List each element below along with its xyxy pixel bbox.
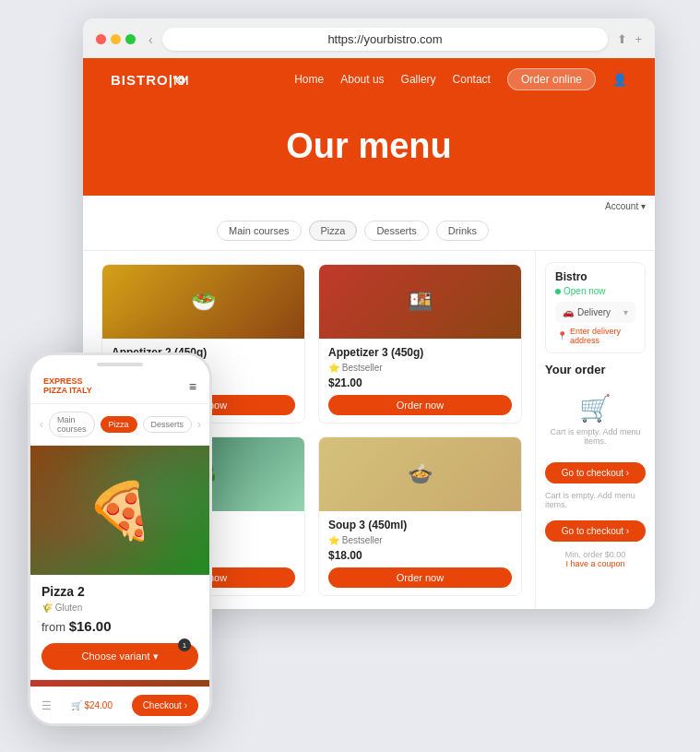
hamburger-icon[interactable]: ≡ [189, 379, 196, 394]
food-card-body-4: Soup 3 (450ml) ⭐ Bestseller $18.00 Order… [319, 511, 521, 595]
food-price-2: $21.00 [328, 376, 512, 389]
mobile-phone: EXPRESS PIZZA ITALY ≡ ‹ Main courses Piz… [28, 352, 212, 726]
phone-tab-desserts[interactable]: Desserts [143, 416, 193, 433]
price-value: $16.00 [69, 618, 112, 634]
pin-icon: 📍 [557, 331, 567, 340]
your-order-section: Your order 🛒 Cart is empty. Add menu ite… [545, 363, 646, 568]
order-online-button[interactable]: Order online [507, 68, 596, 90]
open-label: Open now [564, 286, 606, 296]
phone-checkout-button[interactable]: Checkout › [132, 695, 198, 716]
left-arrow-icon[interactable]: ‹ [40, 418, 43, 431]
variant-badge: 1 [178, 639, 191, 651]
browser-dots [96, 34, 136, 44]
phone-header: EXPRESS PIZZA ITALY ≡ [30, 370, 209, 404]
delivery-arrow: ▾ [623, 307, 628, 317]
site-hero: Our menu [83, 101, 655, 196]
url-bar[interactable]: https://yourbistro.com [162, 28, 609, 51]
phone-food-price: from $16.00 [42, 618, 198, 634]
phone-cart-info: 🛒 $24.00 [71, 700, 113, 710]
phone-hero-image: 🍕 [30, 446, 209, 575]
checkout-button-2[interactable]: Go to checkout › [545, 520, 646, 542]
your-order-title: Your order [545, 363, 646, 376]
pizza-image: 🍕 [86, 478, 155, 543]
delivery-icon: 🚗 [563, 307, 574, 317]
order-btn-4[interactable]: Order now [328, 567, 512, 588]
site-logo: BISTRO|🍽 [111, 72, 188, 88]
site-nav: Home About us Gallery Contact Order onli… [294, 68, 627, 90]
menu-lines-icon[interactable]: ☰ [42, 699, 52, 712]
food-image-appetizer3: 🍱 [319, 265, 521, 339]
phone-bottom-bar: ☰ 🛒 $24.00 Checkout › [30, 686, 209, 723]
open-status: Open now [555, 286, 635, 296]
browser-actions: ⬆ + [617, 32, 642, 46]
food-card-soup3: 🍲 Soup 3 (450ml) ⭐ Bestseller $18.00 Ord… [318, 436, 522, 596]
site-header: BISTRO|🍽 Home About us Gallery Contact O… [83, 58, 655, 101]
account-bar[interactable]: Account ▾ [83, 196, 655, 211]
cart-empty-text-2: Cart is empty. Add menu items. [545, 491, 646, 509]
phone-food-info: Pizza 2 🌾 Gluten from $16.00 Choose vari… [30, 575, 209, 679]
phone-tab-pizza[interactable]: Pizza [101, 416, 137, 433]
phone-bottom-icons: ☰ [42, 699, 52, 712]
tab-main-courses[interactable]: Main courses [217, 221, 301, 241]
open-dot [555, 289, 561, 294]
dot-red[interactable] [96, 34, 106, 44]
food-card-body-2: Appetizer 3 (450g) ⭐ Bestseller $21.00 O… [319, 339, 521, 423]
browser-chrome: ‹ https://yourbistro.com ⬆ + [83, 18, 655, 58]
food-image-appetizer2: 🥗 [102, 265, 304, 339]
food-title-2: Appetizer 3 (450g) [328, 346, 512, 359]
right-arrow-icon[interactable]: › [197, 418, 201, 431]
tab-pizza[interactable]: Pizza [309, 221, 358, 241]
choose-btn-label: Choose variant ▾ [81, 651, 158, 662]
nav-contact[interactable]: Contact [453, 73, 491, 86]
phone-notch [97, 363, 143, 366]
order-sidebar: Bistro Open now 🚗 Delivery ▾ [535, 251, 655, 609]
share-icon[interactable]: ⬆ [617, 32, 627, 46]
user-icon[interactable]: 👤 [612, 73, 627, 87]
choose-variant-button[interactable]: Choose variant ▾ 1 [42, 643, 198, 670]
checkout-button[interactable]: Go to checkout › [545, 462, 646, 483]
food-price-4: $18.00 [328, 549, 512, 562]
min-order-label: Min. order $0.00 [545, 550, 646, 559]
nav-home[interactable]: Home [294, 73, 324, 86]
cart-icon-large: 🛒 [545, 393, 646, 424]
scene: ‹ https://yourbistro.com ⬆ + BISTRO|🍽 Ho… [0, 0, 700, 752]
food-badge-4: ⭐ Bestseller [328, 535, 512, 545]
delivery-option[interactable]: 🚗 Delivery ▾ [555, 302, 635, 323]
menu-tabs-bar: Main courses Pizza Desserts Drinks [83, 211, 655, 251]
dot-yellow[interactable] [111, 34, 121, 44]
phone-food-badge: 🌾 Gluten [42, 603, 198, 613]
cart-empty-text: Cart is empty. Add menu items. [545, 427, 646, 446]
food-image-soup3: 🍲 [319, 437, 521, 511]
add-tab-icon[interactable]: + [635, 32, 642, 46]
price-prefix: from [42, 620, 69, 634]
bistro-info-card: Bistro Open now 🚗 Delivery ▾ [545, 262, 646, 353]
nav-about[interactable]: About us [340, 73, 384, 86]
phone-notch-bar [30, 355, 209, 370]
food-badge-2: ⭐ Bestseller [328, 363, 512, 373]
dot-green[interactable] [125, 34, 136, 44]
delivery-address[interactable]: 📍 Enter delivery address [555, 327, 635, 345]
delivery-label: Delivery [577, 307, 611, 317]
back-button[interactable]: ‹ [148, 32, 153, 47]
bistro-name: Bistro [555, 270, 635, 283]
nav-gallery[interactable]: Gallery [401, 73, 436, 86]
hero-title: Our menu [83, 126, 655, 166]
address-label: Enter delivery address [570, 327, 635, 345]
phone-tab-main[interactable]: Main courses [49, 412, 95, 437]
food-title-4: Soup 3 (450ml) [328, 519, 512, 531]
coupon-link[interactable]: I have a coupon [545, 559, 646, 568]
tab-desserts[interactable]: Desserts [364, 221, 428, 241]
cart-empty-area: 🛒 Cart is empty. Add menu items. [545, 384, 646, 462]
food-card-appetizer3: 🍱 Appetizer 3 (450g) ⭐ Bestseller $21.00… [318, 264, 522, 424]
order-btn-2[interactable]: Order now [328, 395, 512, 415]
logo-line2: PIZZA ITALY [43, 387, 92, 396]
phone-food-title: Pizza 2 [42, 584, 198, 599]
phone-logo: EXPRESS PIZZA ITALY [43, 377, 92, 396]
phone-tabs: ‹ Main courses Pizza Desserts › [30, 404, 209, 446]
tab-drinks[interactable]: Drinks [436, 221, 489, 241]
